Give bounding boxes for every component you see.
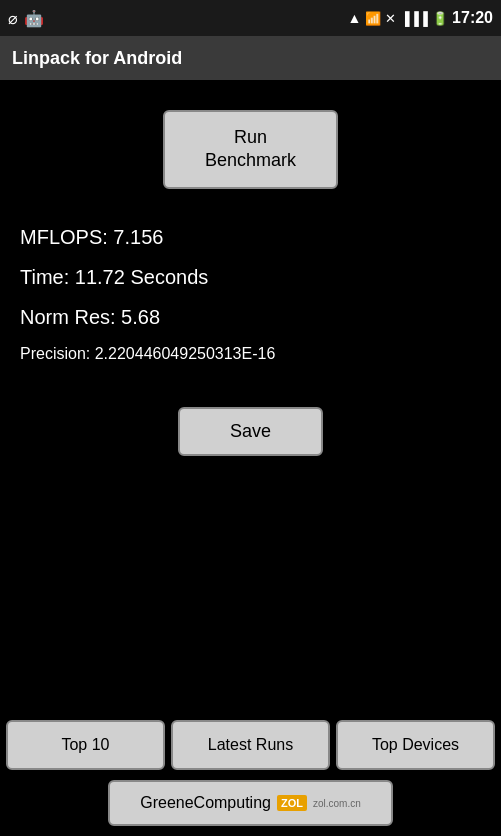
android-icon: 🤖: [24, 9, 44, 28]
site-label: zol.com.cn: [313, 798, 361, 809]
battery-icon: 🔋: [432, 11, 448, 26]
bottom-nav-buttons: Top 10 Latest Runs Top Devices: [6, 720, 495, 770]
run-button-container: Run Benchmark: [16, 110, 485, 189]
title-bar: Linpack for Android: [0, 36, 501, 80]
wifi-icon: ▲: [348, 10, 362, 26]
save-button-container: Save: [16, 407, 485, 456]
mflops-result: MFLOPS: 7.156: [20, 223, 481, 251]
branding-container: GreeneComputing ZOL zol.com.cn: [6, 780, 495, 826]
latest-runs-button[interactable]: Latest Runs: [171, 720, 330, 770]
results-area: MFLOPS: 7.156 Time: 11.72 Seconds Norm R…: [16, 213, 485, 387]
branding-button[interactable]: GreeneComputing ZOL zol.com.cn: [108, 780, 393, 826]
status-time: 17:20: [452, 9, 493, 27]
main-content: Run Benchmark MFLOPS: 7.156 Time: 11.72 …: [0, 80, 501, 496]
run-benchmark-button[interactable]: Run Benchmark: [163, 110, 338, 189]
app-title: Linpack for Android: [12, 48, 182, 69]
bottom-area: Top 10 Latest Runs Top Devices GreeneCom…: [0, 710, 501, 836]
bars-icon: ▐▐▐: [400, 11, 428, 26]
signal-icon: 📶: [365, 11, 381, 26]
top-devices-button[interactable]: Top Devices: [336, 720, 495, 770]
branding-label: GreeneComputing: [140, 794, 271, 812]
save-button[interactable]: Save: [178, 407, 323, 456]
top-10-button[interactable]: Top 10: [6, 720, 165, 770]
status-bar: ⌀ 🤖 ▲ 📶 ✕ ▐▐▐ 🔋 17:20: [0, 0, 501, 36]
zol-badge: ZOL: [277, 795, 307, 811]
time-result: Time: 11.72 Seconds: [20, 263, 481, 291]
x-icon: ✕: [385, 11, 396, 26]
usb-icon: ⌀: [8, 9, 18, 28]
status-left-icons: ⌀ 🤖: [8, 9, 44, 28]
status-right-icons: ▲ 📶 ✕ ▐▐▐ 🔋 17:20: [348, 9, 493, 27]
norm-res-result: Norm Res: 5.68: [20, 303, 481, 331]
precision-result: Precision: 2.220446049250313E-16: [20, 343, 481, 365]
